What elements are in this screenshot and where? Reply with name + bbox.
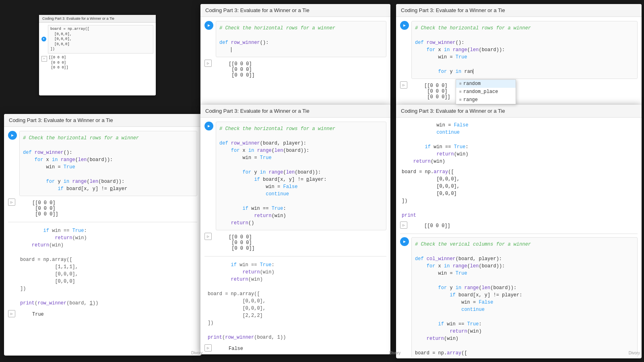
- top-right-title: Coding Part 3: Evaluate for a Winner or …: [396, 4, 642, 17]
- thumb-code: board = np.array([ [0,0,0], [0,0,0], [0,…: [48, 25, 153, 54]
- top-center-code: # Check the horizontal rows for a winner…: [216, 21, 386, 57]
- output-btn-br-1[interactable]: ▷: [400, 221, 407, 229]
- run-btn-top-center[interactable]: ▶: [204, 21, 213, 30]
- thumbnail-title: Coding Part 3: Evaluate for a Winner or …: [39, 15, 156, 23]
- autocomplete-item-random[interactable]: ≡ random: [456, 80, 516, 88]
- mid-center-output1: [[0 0 0] [0 0 0] [0 0 0]]: [225, 233, 258, 253]
- middle-left-panel: Coding Part 3: Evaluate for a Winner or …: [4, 114, 201, 356]
- autocomplete-item-random-place[interactable]: ≡ random_place: [456, 88, 516, 96]
- ac-icon-random-place: ≡: [459, 90, 462, 94]
- middle-center-title: Coding Part 3: Evaluate for a Winner or …: [200, 105, 390, 118]
- br-top-code: win = False continue if win == True: ret…: [400, 122, 638, 165]
- mid-center-code-continue: if win == True: return(win) return(win) …: [204, 260, 386, 341]
- thumb-output: [[0 0 0] [0 0 0] [0 0 0]]: [49, 55, 68, 70]
- output-btn-thumb[interactable]: ▷: [41, 56, 47, 62]
- top-center-title: Coding Part 3: Evaluate for a Winner or …: [200, 4, 390, 17]
- output-btn-mid-center-1[interactable]: ▷: [204, 233, 212, 240]
- mid-center-code1: # Check the horizontal rows for a winner…: [216, 122, 386, 230]
- br-board-code: board = np.array([ [0,0,0], [0,0,0], [0,…: [400, 168, 638, 219]
- output-btn-top-center[interactable]: ▷: [204, 60, 212, 67]
- br-col-winner-code: # Check the verical columns for a winner…: [411, 237, 638, 357]
- bottom-right-title: Coding Part 3: Evaluate for a Winner or …: [396, 105, 642, 118]
- ac-icon-range: ≡: [459, 98, 462, 102]
- mid-left-code-continue: if win == True: return(win) return(win) …: [8, 225, 197, 307]
- bottom-right-panel: Coding Part 3: Evaluate for a Winner or …: [396, 105, 642, 358]
- mid-left-output1: [[0 0 0] [0 0 0] [0 0 0]]: [29, 199, 62, 219]
- run-btn-thumb[interactable]: ▶: [41, 37, 46, 41]
- middle-left-title: Coding Part 3: Evaluate for a Winner or …: [4, 114, 201, 127]
- divory-label-3: Divory: [629, 350, 640, 356]
- top-right-panel: Coding Part 3: Evaluate for a Winner or …: [396, 4, 642, 109]
- run-btn-mid-left[interactable]: ▶: [8, 131, 17, 140]
- thumbnail-panel: Coding Part 3: Evaluate for a Winner or …: [39, 15, 156, 95]
- autocomplete-item-range[interactable]: ≡ range: [456, 96, 516, 104]
- br-output1: [[0 0 0]]: [421, 221, 454, 230]
- output-btn-top-right[interactable]: ▷: [400, 81, 407, 89]
- mid-left-output2: True: [29, 310, 47, 319]
- output-btn-mid-center-2[interactable]: ▷: [204, 344, 212, 352]
- mid-left-code1: # Check the horizontal rows for a winner…: [19, 131, 197, 196]
- run-btn-top-right[interactable]: ▶: [400, 21, 409, 30]
- autocomplete-dropdown[interactable]: ≡ random ≡ random_place ≡ range: [456, 79, 516, 104]
- run-btn-br[interactable]: ▶: [400, 237, 409, 246]
- output-btn-mid-left-2[interactable]: ▷: [8, 310, 15, 317]
- ac-icon-random: ≡: [459, 82, 462, 86]
- mid-center-output2: False: [225, 344, 246, 353]
- top-right-code: # Check the horizontal rows for a winner…: [411, 21, 638, 79]
- top-center-output: [[0 0 0] [0 0 0] [0 0 0]]: [225, 60, 258, 80]
- output-btn-mid-left-1[interactable]: ▷: [8, 199, 15, 206]
- top-center-panel: Coding Part 3: Evaluate for a Winner or …: [200, 4, 390, 109]
- divory-label-1: Divory: [191, 350, 202, 356]
- divory-label-2: Divory: [389, 350, 400, 356]
- top-right-output: [[0 0 0] [0 0 0] [0 0 0]]: [421, 81, 454, 101]
- run-btn-mid-center[interactable]: ▶: [204, 122, 213, 130]
- middle-center-panel: Coding Part 3: Evaluate for a Winner or …: [200, 105, 390, 354]
